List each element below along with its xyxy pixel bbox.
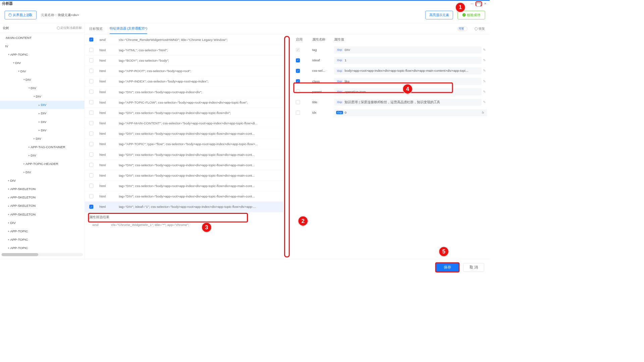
row-checkbox[interactable]: ✓	[89, 205, 93, 209]
cancel-button[interactable]: 取 消	[463, 263, 484, 272]
row-tag: html	[100, 205, 113, 208]
tree-node[interactable]: ▸ DIV	[0, 109, 85, 117]
attr-checkbox[interactable]: ✓	[296, 58, 300, 62]
row-tag: html	[100, 163, 113, 167]
row-checkbox[interactable]	[89, 184, 93, 188]
selector-row[interactable]: ✓htmltag="DIV"; isleaf="1"; css-selector…	[85, 201, 283, 212]
attr-row: ✓isleafExp1✎	[296, 55, 487, 65]
tree-node[interactable]: ▾ DIV	[0, 67, 85, 75]
tree-node[interactable]: ▾ APP-TOPIC	[0, 50, 85, 59]
tree-node[interactable]: ▸ DIV	[0, 118, 85, 126]
selector-row[interactable]: htmltag="DIV"; css-selector="body>app-ro…	[85, 181, 283, 191]
attr-value[interactable]: Exp0fx	[334, 109, 487, 116]
tree-node[interactable]: ▸ DIV	[0, 219, 85, 227]
tree-node[interactable]: ▾ DIV	[0, 75, 85, 84]
attr-col-value: 属性值	[334, 37, 487, 42]
tree-node[interactable]: IV	[0, 42, 85, 50]
selector-row[interactable]: htmltag="DIV"; css-selector="body>app-ro…	[85, 87, 283, 97]
tree-node[interactable]: ▸ APP-SKELETON	[0, 185, 85, 193]
selector-row[interactable]: htmltag="APP-ROOT"; css-selector="body>a…	[85, 66, 283, 76]
tree-node[interactable]: ▾ DIV	[0, 92, 85, 101]
selector-row[interactable]: htmltag="BODY"; css-selector="body";	[85, 55, 283, 66]
attr-checkbox[interactable]: ✓	[296, 48, 300, 52]
row-tag: html	[100, 153, 113, 156]
tree-node[interactable]: ▾ DIV	[0, 84, 85, 92]
selector-row[interactable]: htmltag="DIV"; css-selector="body>app-ro…	[85, 108, 283, 118]
attr-value[interactable]: Expbody>app-root>app-index>div>app-topic…	[334, 67, 482, 74]
visualize-toggle[interactable]: 可视化	[457, 26, 467, 31]
tree-node[interactable]: ▸ APP-SKELETON	[0, 201, 85, 210]
tree-node[interactable]: ▸ APP-TAG-CONTAINER	[0, 143, 85, 151]
edit-icon[interactable]: ✎	[483, 90, 487, 94]
tab-selector[interactable]: 特征筛选器 (支持通配符*)	[110, 23, 147, 34]
tree-node[interactable]: ▸ DIV	[0, 126, 85, 134]
tab-preview[interactable]: 目标预览	[89, 24, 103, 34]
row-checkbox[interactable]	[89, 48, 93, 52]
attr-value[interactable]: Exp1	[334, 57, 482, 64]
tree-node[interactable]: -MAIN-CONTENT	[0, 34, 85, 42]
row-checkbox[interactable]: ✓	[89, 38, 93, 42]
selector-row[interactable]: htmltag="APP-TOPIC-FLOW"; css-selector="…	[85, 97, 283, 108]
row-checkbox[interactable]	[89, 90, 93, 94]
row-tag: html	[100, 111, 113, 114]
row-checkbox[interactable]	[89, 131, 93, 135]
selector-row[interactable]: htmltag="APP-INDEX"; css-selector="body>…	[85, 76, 283, 86]
row-checkbox[interactable]	[89, 121, 93, 125]
close-button[interactable]: ✕	[482, 1, 489, 6]
row-checkbox[interactable]	[89, 173, 93, 177]
attr-value[interactable]: ExpDIV	[334, 46, 482, 53]
selector-row[interactable]: htmltag="DIV"; css-selector="body>app-ro…	[85, 160, 283, 170]
row-checkbox[interactable]	[89, 100, 93, 104]
fx-icon[interactable]: fx	[481, 111, 485, 114]
tree-node[interactable]: ▸ APP-TOPIC	[0, 244, 85, 252]
attr-checkbox[interactable]	[296, 89, 300, 94]
tree-node[interactable]: ▸ DIV	[0, 134, 85, 143]
tree[interactable]: -MAIN-CONTENT IV▾ APP-TOPIC▾ DIV▾ DIV▾ D…	[0, 33, 85, 259]
maximize-button[interactable]	[475, 1, 482, 6]
minimize-button[interactable]: —	[469, 1, 476, 6]
tree-node[interactable]: ▸ APP-TOPIC-HEADER	[0, 160, 85, 168]
edit-icon[interactable]: ✎	[483, 79, 487, 83]
selector-row[interactable]: htmltag="DIV"; css-selector="body>app-ro…	[85, 128, 283, 139]
tree-node[interactable]: ▸ DIV	[0, 176, 85, 185]
row-checkbox[interactable]	[89, 111, 93, 115]
attr-value[interactable]: Exp知识星球 | 深度连接铁杆粉丝，运营高品质社群，知识变现的工具	[334, 99, 482, 106]
locate-current-button[interactable]: 定位到当前目标	[57, 26, 82, 30]
edit-icon[interactable]: ✎	[483, 69, 487, 72]
tree-node[interactable]: ▸ APP-TOPIC	[0, 235, 85, 244]
edit-icon[interactable]: ✎	[483, 48, 487, 52]
attr-checkbox[interactable]	[296, 111, 300, 115]
row-checkbox[interactable]	[89, 163, 93, 167]
attr-checkbox[interactable]	[296, 100, 300, 104]
row-checkbox[interactable]	[89, 153, 93, 157]
highlight-element-button[interactable]: 高亮显示元素	[425, 11, 453, 19]
edit-icon[interactable]: ✎	[483, 58, 487, 62]
row-checkbox[interactable]	[89, 58, 93, 62]
tree-node[interactable]: ▸ APP-SKELETON	[0, 210, 85, 219]
attr-checkbox[interactable]: ✓	[296, 79, 300, 83]
row-checkbox[interactable]	[89, 194, 93, 198]
tree-node[interactable]: ▸ DIV	[0, 168, 85, 176]
row-checkbox[interactable]	[89, 142, 93, 146]
selector-row[interactable]: htmltag="DIV"; css-selector="body>app-ro…	[85, 149, 283, 160]
selector-row[interactable]: htmltag="HTML"; css-selector="html";	[85, 45, 283, 55]
tree-h-scrollbar[interactable]	[2, 253, 83, 256]
selector-row[interactable]: htmltag="DIV"; css-selector="body>app-ro…	[85, 170, 283, 181]
pick-from-ui-button[interactable]: 从界面上选取	[5, 11, 37, 19]
restore-button[interactable]: 恢复	[475, 26, 485, 31]
selector-row[interactable]: ✓wndcls="Chrome_RenderWidgetHostHWND"; t…	[85, 35, 283, 45]
attr-col-name: 属性名称	[312, 37, 334, 42]
tree-node[interactable]: ▸ DIV	[0, 101, 85, 109]
row-checkbox[interactable]	[89, 79, 93, 83]
tree-node[interactable]: ▾ DIV	[0, 59, 85, 67]
tree-node[interactable]: ▸ DIV	[0, 151, 85, 160]
save-button[interactable]: 保存	[435, 262, 460, 272]
row-checkbox[interactable]	[89, 69, 93, 73]
selector-row[interactable]: htmltag="DIV"; css-selector="body>app-ro…	[85, 191, 283, 201]
attr-checkbox[interactable]: ✓	[296, 69, 300, 73]
tree-node[interactable]: ▸ APP-TOPIC	[0, 227, 85, 235]
tree-node[interactable]: ▸ APP-SKELETON	[0, 193, 85, 201]
edit-icon[interactable]: ✎	[483, 100, 487, 104]
selector-row[interactable]: htmltag="APP-TOPIC"; type="flow"; css-se…	[85, 139, 283, 149]
selector-row[interactable]: htmltag="APP-MAIN-CONTENT"; css-selector…	[85, 118, 283, 128]
